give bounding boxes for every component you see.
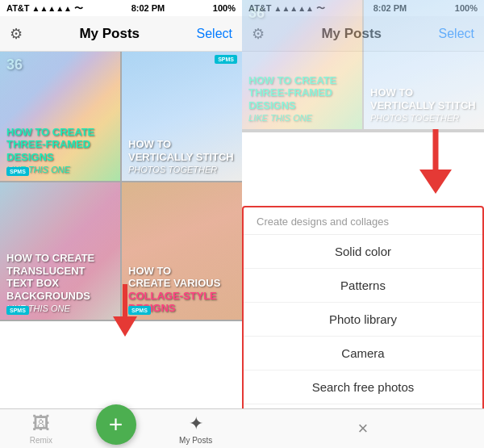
- close-icon: ×: [358, 418, 369, 439]
- left-time: 8:02 PM: [131, 3, 165, 13]
- left-page-title: My Posts: [79, 26, 140, 42]
- remix-label: Remix: [30, 436, 52, 445]
- bg-grid: 36 How to createTHREE-FRAMED DESIGNSlike…: [242, 0, 484, 132]
- left-battery: 100%: [213, 3, 236, 13]
- spms-badge: SPMS: [6, 306, 29, 315]
- list-item[interactable]: How to createTRANSLUCENTTEXT BOXBACKGROU…: [0, 182, 120, 320]
- signal-icon: ▲▲▲▲▲: [32, 4, 73, 13]
- tile-overlay: How toVERTICALLY STITCHphotos together: [122, 133, 242, 181]
- posts-label: My Posts: [179, 436, 212, 445]
- bg-tile: 36 How to createTHREE-FRAMED DESIGNSlike…: [242, 0, 362, 129]
- posts-icon: ✦: [189, 413, 203, 434]
- carrier-text: AT&T: [6, 3, 30, 13]
- tile-heading: How toVERTICALLY STITCHphotos together: [128, 138, 236, 176]
- battery-text: 100%: [213, 3, 236, 13]
- add-fab-button[interactable]: +: [96, 404, 136, 445]
- left-tab-bar: 🖼 Remix + ✦ My Posts: [0, 408, 242, 448]
- left-select-button[interactable]: Select: [197, 27, 232, 41]
- dropdown-item-search-free-photos[interactable]: Search free photos: [244, 371, 482, 404]
- list-item[interactable]: How ToCreate Various COLLAGE-STYLEDESIGN…: [122, 182, 242, 320]
- left-panel: AT&T ▲▲▲▲▲ 〜 8:02 PM 100% ⚙ My Posts Sel…: [0, 0, 242, 448]
- list-item[interactable]: 36 How to createTHREE-FRAMED DESIGNSlike…: [0, 52, 120, 181]
- wifi-icon: 〜: [74, 2, 83, 15]
- dropdown-item-solid-color[interactable]: Solid color: [244, 235, 482, 269]
- dropdown-item-patterns[interactable]: Patterns: [244, 269, 482, 303]
- tab-remix[interactable]: 🖼 Remix: [30, 413, 52, 445]
- tab-my-posts[interactable]: ✦ My Posts: [179, 413, 212, 445]
- dropdown-item-camera[interactable]: Camera: [244, 337, 482, 371]
- gear-icon[interactable]: ⚙: [10, 25, 23, 43]
- posts-grid: 36 How to createTHREE-FRAMED DESIGNSlike…: [0, 52, 242, 408]
- bg-tile: How toVERTICALLY STITCHphotos together: [364, 0, 484, 129]
- left-carrier: AT&T ▲▲▲▲▲ 〜: [6, 2, 83, 15]
- tile-heading: How ToCreate Various: [128, 265, 236, 290]
- dropdown-header: Create designs and collages: [244, 207, 482, 235]
- left-status-bar: AT&T ▲▲▲▲▲ 〜 8:02 PM 100%: [0, 0, 242, 16]
- right-panel: AT&T ▲▲▲▲▲ 〜 8:02 PM 100% ⚙ My Posts Sel…: [242, 0, 484, 448]
- left-nav-bar: ⚙ My Posts Select: [0, 16, 242, 52]
- list-item[interactable]: SPMS How toVERTICALLY STITCHphotos toget…: [122, 52, 242, 181]
- close-button[interactable]: ×: [242, 408, 484, 448]
- spms-badge: SPMS: [128, 306, 151, 315]
- plus-icon: +: [109, 412, 123, 437]
- spms-badge: SPMS: [6, 167, 29, 176]
- grid-container: 36 How to createTHREE-FRAMED DESIGNSlike…: [0, 52, 242, 321]
- spms-top-badge: SPMS: [215, 55, 237, 64]
- dropdown-item-photo-library[interactable]: Photo library: [244, 303, 482, 337]
- remix-icon: 🖼: [32, 413, 50, 434]
